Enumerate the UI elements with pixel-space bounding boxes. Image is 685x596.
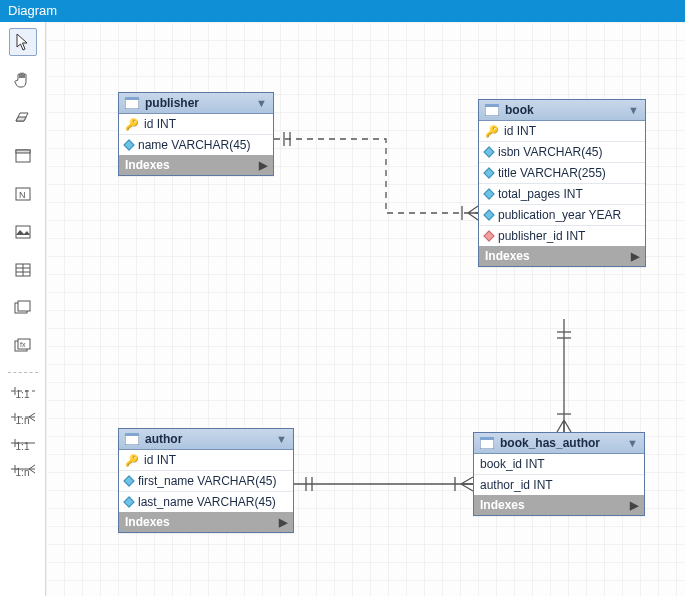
column-row[interactable]: 🔑id INT (119, 114, 273, 135)
chevron-down-icon[interactable]: ▼ (627, 437, 638, 449)
chevron-right-icon: ▶ (631, 250, 639, 263)
layer-icon (15, 149, 31, 163)
columns: 🔑id INTfirst_name VARCHAR(45)last_name V… (119, 450, 293, 512)
column-row[interactable]: first_name VARCHAR(45) (119, 471, 293, 492)
diamond-icon (483, 146, 494, 157)
entity-publisher[interactable]: publisher ▼ 🔑id INTname VARCHAR(45) Inde… (118, 92, 274, 176)
chevron-right-icon: ▶ (630, 499, 638, 512)
tool-image[interactable] (9, 218, 37, 246)
column-row[interactable]: publication_year YEAR (479, 205, 645, 226)
tool-layer[interactable] (9, 142, 37, 170)
column-text: id INT (144, 117, 176, 131)
indexes-toggle[interactable]: Indexes ▶ (474, 495, 644, 515)
tool-rel-1n-nonident[interactable]: 1:n (9, 463, 37, 479)
eraser-icon (14, 111, 32, 125)
column-row[interactable]: name VARCHAR(45) (119, 135, 273, 155)
column-text: first_name VARCHAR(45) (138, 474, 276, 488)
key-icon: 🔑 (125, 454, 139, 467)
column-row[interactable]: total_pages INT (479, 184, 645, 205)
svg-rect-10 (18, 301, 30, 311)
toolbar: N fx 1:1 1:n 1:1 1:n (0, 22, 46, 596)
svg-rect-34 (125, 97, 139, 100)
entity-title: publisher (145, 96, 199, 110)
indexes-label: Indexes (125, 158, 170, 172)
entity-book-has-author[interactable]: book_has_author ▼ book_id INTauthor_id I… (473, 432, 645, 516)
columns: 🔑id INTname VARCHAR(45) (119, 114, 273, 155)
column-text: last_name VARCHAR(45) (138, 495, 276, 509)
column-text: name VARCHAR(45) (138, 138, 250, 152)
rel-label: 1:1 (16, 389, 30, 400)
tool-rel-1n-ident[interactable]: 1:n (9, 411, 37, 427)
chevron-down-icon[interactable]: ▼ (276, 433, 287, 445)
svg-text:N: N (19, 190, 26, 200)
entity-book[interactable]: book ▼ 🔑id INTisbn VARCHAR(45)title VARC… (478, 99, 646, 267)
column-row[interactable]: book_id INT (474, 454, 644, 475)
key-icon: 🔑 (125, 118, 139, 131)
column-row[interactable]: 🔑id INT (119, 450, 293, 471)
column-text: publication_year YEAR (498, 208, 621, 222)
column-row[interactable]: author_id INT (474, 475, 644, 495)
diamond-fk-icon (483, 230, 494, 241)
entity-title: author (145, 432, 182, 446)
toolbar-separator (8, 372, 38, 373)
indexes-toggle[interactable]: Indexes ▶ (119, 155, 273, 175)
columns: 🔑id INTisbn VARCHAR(45)title VARCHAR(255… (479, 121, 645, 246)
rel-author-bha (294, 477, 473, 491)
tool-rel-11-ident[interactable]: 1:1 (9, 385, 37, 401)
svg-rect-40 (480, 437, 494, 440)
tool-eraser[interactable] (9, 104, 37, 132)
diagram-canvas[interactable]: publisher ▼ 🔑id INTname VARCHAR(45) Inde… (46, 22, 685, 596)
tool-rel-11-nonident[interactable]: 1:1 (9, 437, 37, 453)
diamond-icon (483, 167, 494, 178)
tool-hand[interactable] (9, 66, 37, 94)
table-icon (485, 104, 499, 116)
diamond-icon (483, 209, 494, 220)
column-row[interactable]: isbn VARCHAR(45) (479, 142, 645, 163)
column-row[interactable]: title VARCHAR(255) (479, 163, 645, 184)
chevron-down-icon[interactable]: ▼ (256, 97, 267, 109)
columns: book_id INTauthor_id INT (474, 454, 644, 495)
tool-view[interactable] (9, 294, 37, 322)
entity-header[interactable]: book ▼ (479, 100, 645, 121)
rel-label: 1:n (16, 467, 30, 478)
tool-table[interactable] (9, 256, 37, 284)
svg-rect-1 (16, 150, 30, 153)
column-row[interactable]: 🔑id INT (479, 121, 645, 142)
diamond-icon (123, 475, 134, 486)
note-icon: N (15, 187, 31, 201)
diamond-icon (483, 188, 494, 199)
tool-note[interactable]: N (9, 180, 37, 208)
entity-header[interactable]: book_has_author ▼ (474, 433, 644, 454)
svg-rect-36 (485, 104, 499, 107)
table-icon (15, 263, 31, 277)
column-row[interactable]: last_name VARCHAR(45) (119, 492, 293, 512)
chevron-right-icon: ▶ (279, 516, 287, 529)
image-icon (15, 225, 31, 239)
column-text: title VARCHAR(255) (498, 166, 606, 180)
column-text: isbn VARCHAR(45) (498, 145, 602, 159)
column-text: total_pages INT (498, 187, 583, 201)
diamond-icon (123, 496, 134, 507)
indexes-toggle[interactable]: Indexes ▶ (119, 512, 293, 532)
entity-header[interactable]: author ▼ (119, 429, 293, 450)
column-row[interactable]: publisher_id INT (479, 226, 645, 246)
table-icon (480, 437, 494, 449)
indexes-toggle[interactable]: Indexes ▶ (479, 246, 645, 266)
svg-rect-4 (16, 226, 30, 238)
pointer-icon (16, 33, 30, 51)
tool-routine[interactable]: fx (9, 332, 37, 360)
rel-label: 1:n (16, 415, 30, 426)
view-icon (14, 300, 32, 316)
chevron-down-icon[interactable]: ▼ (628, 104, 639, 116)
entity-author[interactable]: author ▼ 🔑id INTfirst_name VARCHAR(45)la… (118, 428, 294, 533)
diamond-icon (123, 139, 134, 150)
column-text: book_id INT (480, 457, 545, 471)
window-titlebar: Diagram (0, 0, 685, 22)
entity-header[interactable]: publisher ▼ (119, 93, 273, 114)
tool-pointer[interactable] (9, 28, 37, 56)
workspace: N fx 1:1 1:n 1:1 1:n (0, 22, 685, 596)
table-icon (125, 97, 139, 109)
column-text: publisher_id INT (498, 229, 585, 243)
indexes-label: Indexes (485, 249, 530, 263)
indexes-label: Indexes (125, 515, 170, 529)
